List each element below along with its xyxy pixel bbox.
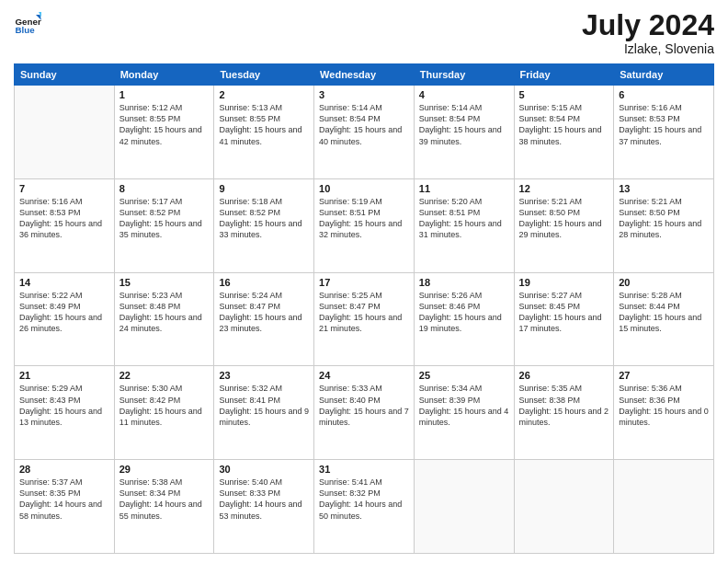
- day-info: Sunrise: 5:35 AM Sunset: 8:38 PM Dayligh…: [519, 383, 609, 428]
- calendar-cell: 16Sunrise: 5:24 AM Sunset: 8:47 PM Dayli…: [214, 272, 314, 366]
- day-header-tuesday: Tuesday: [214, 64, 314, 86]
- day-info: Sunrise: 5:38 AM Sunset: 8:34 PM Dayligh…: [119, 477, 210, 522]
- location-subtitle: Izlake, Slovenia: [582, 41, 714, 56]
- calendar-body: 1Sunrise: 5:12 AM Sunset: 8:55 PM Daylig…: [15, 86, 714, 554]
- calendar-cell: 13Sunrise: 5:21 AM Sunset: 8:50 PM Dayli…: [614, 178, 714, 272]
- day-number: 24: [319, 370, 409, 381]
- day-header-saturday: Saturday: [614, 64, 714, 86]
- calendar-cell: 9Sunrise: 5:18 AM Sunset: 8:52 PM Daylig…: [214, 178, 314, 272]
- day-info: Sunrise: 5:27 AM Sunset: 8:45 PM Dayligh…: [519, 290, 609, 335]
- calendar-cell: 27Sunrise: 5:36 AM Sunset: 8:36 PM Dayli…: [614, 366, 714, 460]
- week-row-5: 28Sunrise: 5:37 AM Sunset: 8:35 PM Dayli…: [15, 460, 714, 554]
- day-number: 18: [419, 277, 509, 288]
- day-number: 27: [619, 370, 709, 381]
- day-number: 6: [619, 89, 709, 100]
- day-number: 14: [19, 277, 109, 288]
- day-header-wednesday: Wednesday: [314, 64, 415, 86]
- svg-text:Blue: Blue: [16, 25, 36, 35]
- day-number: 13: [619, 183, 709, 194]
- day-number: 29: [119, 464, 210, 475]
- calendar-cell: 31Sunrise: 5:41 AM Sunset: 8:32 PM Dayli…: [314, 460, 415, 554]
- day-info: Sunrise: 5:26 AM Sunset: 8:46 PM Dayligh…: [419, 290, 509, 335]
- day-info: Sunrise: 5:14 AM Sunset: 8:54 PM Dayligh…: [419, 102, 509, 147]
- day-info: Sunrise: 5:21 AM Sunset: 8:50 PM Dayligh…: [519, 196, 609, 241]
- day-info: Sunrise: 5:16 AM Sunset: 8:53 PM Dayligh…: [19, 196, 109, 241]
- week-row-1: 1Sunrise: 5:12 AM Sunset: 8:55 PM Daylig…: [15, 86, 714, 179]
- calendar-cell: [514, 460, 614, 554]
- calendar-cell: 19Sunrise: 5:27 AM Sunset: 8:45 PM Dayli…: [514, 272, 614, 366]
- calendar-cell: 5Sunrise: 5:15 AM Sunset: 8:54 PM Daylig…: [514, 86, 614, 179]
- calendar-cell: 2Sunrise: 5:13 AM Sunset: 8:55 PM Daylig…: [214, 86, 314, 179]
- day-number: 23: [219, 370, 309, 381]
- day-number: 15: [119, 277, 210, 288]
- day-header-sunday: Sunday: [15, 64, 115, 86]
- title-block: July 2024 Izlake, Slovenia: [582, 9, 714, 56]
- day-info: Sunrise: 5:34 AM Sunset: 8:39 PM Dayligh…: [419, 383, 509, 428]
- day-number: 5: [519, 89, 609, 100]
- day-info: Sunrise: 5:30 AM Sunset: 8:42 PM Dayligh…: [119, 383, 210, 428]
- day-header-monday: Monday: [114, 64, 214, 86]
- day-info: Sunrise: 5:23 AM Sunset: 8:48 PM Dayligh…: [119, 290, 210, 335]
- calendar-cell: 14Sunrise: 5:22 AM Sunset: 8:49 PM Dayli…: [15, 272, 115, 366]
- calendar-cell: 28Sunrise: 5:37 AM Sunset: 8:35 PM Dayli…: [15, 460, 115, 554]
- logo: General Blue: [14, 9, 41, 37]
- day-number: 12: [519, 183, 609, 194]
- days-header-row: SundayMondayTuesdayWednesdayThursdayFrid…: [15, 64, 714, 86]
- day-number: 19: [519, 277, 609, 288]
- day-number: 28: [19, 464, 109, 475]
- calendar-cell: 12Sunrise: 5:21 AM Sunset: 8:50 PM Dayli…: [514, 178, 614, 272]
- calendar-cell: 4Sunrise: 5:14 AM Sunset: 8:54 PM Daylig…: [414, 86, 514, 179]
- day-info: Sunrise: 5:22 AM Sunset: 8:49 PM Dayligh…: [19, 290, 109, 335]
- day-info: Sunrise: 5:18 AM Sunset: 8:52 PM Dayligh…: [219, 196, 309, 241]
- week-row-3: 14Sunrise: 5:22 AM Sunset: 8:49 PM Dayli…: [15, 272, 714, 366]
- calendar-cell: 25Sunrise: 5:34 AM Sunset: 8:39 PM Dayli…: [414, 366, 514, 460]
- day-info: Sunrise: 5:36 AM Sunset: 8:36 PM Dayligh…: [619, 383, 709, 428]
- day-number: 11: [419, 183, 509, 194]
- day-number: 1: [119, 89, 210, 100]
- day-info: Sunrise: 5:17 AM Sunset: 8:52 PM Dayligh…: [119, 196, 210, 241]
- day-number: 2: [219, 89, 309, 100]
- week-row-2: 7Sunrise: 5:16 AM Sunset: 8:53 PM Daylig…: [15, 178, 714, 272]
- calendar-cell: 24Sunrise: 5:33 AM Sunset: 8:40 PM Dayli…: [314, 366, 415, 460]
- calendar-cell: 17Sunrise: 5:25 AM Sunset: 8:47 PM Dayli…: [314, 272, 415, 366]
- calendar-cell: [15, 86, 115, 179]
- day-info: Sunrise: 5:24 AM Sunset: 8:47 PM Dayligh…: [219, 290, 309, 335]
- day-info: Sunrise: 5:14 AM Sunset: 8:54 PM Dayligh…: [319, 102, 409, 147]
- calendar-cell: [414, 460, 514, 554]
- day-number: 16: [219, 277, 309, 288]
- day-number: 21: [19, 370, 109, 381]
- day-number: 10: [319, 183, 409, 194]
- day-info: Sunrise: 5:15 AM Sunset: 8:54 PM Dayligh…: [519, 102, 609, 147]
- day-number: 25: [419, 370, 509, 381]
- day-info: Sunrise: 5:41 AM Sunset: 8:32 PM Dayligh…: [319, 477, 409, 522]
- day-header-thursday: Thursday: [414, 64, 514, 86]
- calendar-cell: 18Sunrise: 5:26 AM Sunset: 8:46 PM Dayli…: [414, 272, 514, 366]
- calendar-cell: 22Sunrise: 5:30 AM Sunset: 8:42 PM Dayli…: [114, 366, 214, 460]
- calendar-cell: 29Sunrise: 5:38 AM Sunset: 8:34 PM Dayli…: [114, 460, 214, 554]
- day-info: Sunrise: 5:33 AM Sunset: 8:40 PM Dayligh…: [319, 383, 409, 428]
- calendar-cell: 26Sunrise: 5:35 AM Sunset: 8:38 PM Dayli…: [514, 366, 614, 460]
- day-info: Sunrise: 5:21 AM Sunset: 8:50 PM Dayligh…: [619, 196, 709, 241]
- day-number: 22: [119, 370, 210, 381]
- day-info: Sunrise: 5:20 AM Sunset: 8:51 PM Dayligh…: [419, 196, 509, 241]
- day-info: Sunrise: 5:16 AM Sunset: 8:53 PM Dayligh…: [619, 102, 709, 147]
- logo-icon: General Blue: [14, 9, 41, 37]
- calendar-cell: 1Sunrise: 5:12 AM Sunset: 8:55 PM Daylig…: [114, 86, 214, 179]
- day-info: Sunrise: 5:32 AM Sunset: 8:41 PM Dayligh…: [219, 383, 309, 428]
- calendar-header: SundayMondayTuesdayWednesdayThursdayFrid…: [15, 64, 714, 86]
- day-info: Sunrise: 5:12 AM Sunset: 8:55 PM Dayligh…: [119, 102, 210, 147]
- calendar-table: SundayMondayTuesdayWednesdayThursdayFrid…: [14, 63, 714, 554]
- day-number: 17: [319, 277, 409, 288]
- day-info: Sunrise: 5:40 AM Sunset: 8:33 PM Dayligh…: [219, 477, 309, 522]
- day-info: Sunrise: 5:37 AM Sunset: 8:35 PM Dayligh…: [19, 477, 109, 522]
- day-number: 9: [219, 183, 309, 194]
- day-info: Sunrise: 5:19 AM Sunset: 8:51 PM Dayligh…: [319, 196, 409, 241]
- day-number: 31: [319, 464, 409, 475]
- calendar-cell: 11Sunrise: 5:20 AM Sunset: 8:51 PM Dayli…: [414, 178, 514, 272]
- day-info: Sunrise: 5:25 AM Sunset: 8:47 PM Dayligh…: [319, 290, 409, 335]
- day-number: 20: [619, 277, 709, 288]
- calendar-cell: 23Sunrise: 5:32 AM Sunset: 8:41 PM Dayli…: [214, 366, 314, 460]
- calendar-cell: 8Sunrise: 5:17 AM Sunset: 8:52 PM Daylig…: [114, 178, 214, 272]
- calendar-cell: 21Sunrise: 5:29 AM Sunset: 8:43 PM Dayli…: [15, 366, 115, 460]
- day-number: 26: [519, 370, 609, 381]
